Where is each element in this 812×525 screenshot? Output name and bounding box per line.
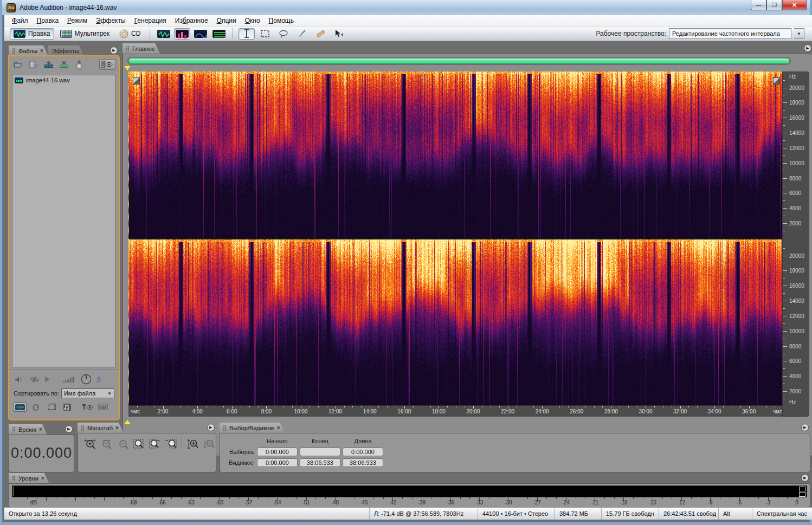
tab-main[interactable]: Главное [123, 43, 160, 54]
multitrack-view-button[interactable]: Мультитрек [56, 28, 113, 40]
zoom-to-selection-button[interactable] [132, 438, 146, 451]
menu-помощь[interactable]: Помощь [265, 16, 298, 25]
tab-levels-close-icon[interactable]: × [41, 475, 44, 481]
lasso-selection-tool[interactable] [275, 28, 292, 40]
tab-zoom[interactable]: Масштаб × [78, 423, 124, 433]
show-audio-files-button[interactable] [14, 402, 27, 412]
clip-indicator-right[interactable] [799, 492, 805, 497]
tab-files[interactable]: Файлы × [9, 46, 48, 56]
insert-into-cd-button[interactable] [73, 60, 85, 69]
zoom-in-horizontal-button[interactable] [83, 438, 98, 451]
tab-selection-view[interactable]: Выбор/Видимое × [220, 423, 285, 433]
volume-knob[interactable] [81, 374, 92, 385]
files-panel-menu-button[interactable]: ▶ [110, 47, 118, 54]
selection-length-field[interactable]: 0:00.000 [343, 448, 383, 456]
tab-time[interactable]: Время × [9, 424, 47, 435]
selection-end-field[interactable] [300, 448, 340, 456]
tab-effects[interactable]: Эффекты [48, 46, 84, 56]
edit-view-button[interactable]: Правка [10, 28, 54, 40]
volume-bars-icon[interactable] [63, 376, 75, 383]
zoom-panel-menu-button[interactable]: ▶ [207, 424, 215, 431]
tab-time-close-icon[interactable]: × [39, 426, 42, 432]
time-selection-tool[interactable] [239, 28, 255, 40]
import-file-button[interactable] [12, 60, 24, 69]
db-label: -12 [678, 500, 685, 505]
zoom-out-vertical-button[interactable] [201, 438, 216, 451]
workspace-select[interactable]: Редактирование частотного интервала [669, 28, 791, 39]
menu-опции[interactable]: Опции [212, 16, 241, 25]
selection-start-field[interactable]: 0:00.000 [257, 448, 298, 456]
time-ruler[interactable]: чмс2:004:006:008:0010:0012:0014:0016:001… [128, 405, 785, 417]
cd-view-button[interactable]: CD [115, 28, 144, 40]
tab-levels[interactable]: Уровни × [9, 473, 49, 483]
spectral-display[interactable] [128, 72, 785, 417]
spectrogram-left-channel[interactable] [128, 72, 785, 238]
db-tick [604, 497, 605, 499]
time-label: 10:00 [294, 409, 307, 414]
view-length-field[interactable]: 38:06.933 [343, 458, 383, 467]
spectrogram-right-channel[interactable] [128, 239, 785, 406]
sort-by-select[interactable]: Имя файла ▼ [61, 388, 114, 398]
level-meter[interactable] [12, 485, 807, 497]
levels-panel-menu-button[interactable]: ▶ [801, 474, 809, 482]
tab-files-close-icon[interactable]: × [40, 48, 43, 54]
menu-эффекты[interactable]: Эффекты [92, 16, 130, 25]
advanced-options-toggle[interactable] [99, 59, 115, 70]
playhead-line[interactable] [128, 72, 129, 405]
spectral-display-button[interactable] [174, 28, 190, 40]
clip-indicator-left[interactable] [799, 487, 805, 491]
zoom-selection-left-button[interactable] [148, 438, 163, 451]
show-cd-list-button[interactable]: CD [96, 402, 109, 412]
frequency-label: Hz [789, 399, 796, 405]
menu-окно[interactable]: Окно [241, 16, 265, 25]
volume-value-link[interactable]: 0 [97, 376, 100, 383]
filter-visibility-button[interactable] [81, 402, 94, 412]
frequency-ruler[interactable]: 2000018000160001400012000100008000600040… [782, 72, 809, 417]
menu-избранное[interactable]: Избранное [171, 16, 212, 25]
marquee-selection-tool[interactable] [257, 28, 273, 40]
workspace-dropdown-arrow[interactable]: ▼ [794, 28, 804, 39]
time-panel-menu-button[interactable]: ▶ [65, 425, 73, 433]
loop-play-button[interactable] [30, 376, 39, 383]
menu-режим[interactable]: Режим [63, 16, 92, 25]
minimize-button[interactable]: — [751, 0, 766, 10]
show-midi-files-button[interactable] [61, 402, 74, 412]
spot-healing-brush-tool[interactable] [312, 28, 328, 40]
tab-zoom-close-icon[interactable]: × [115, 425, 119, 431]
menu-генерация[interactable]: Генерация [130, 16, 171, 25]
insert-into-multitrack-button[interactable] [58, 60, 70, 69]
current-time-display[interactable]: 0:00.000 [9, 445, 74, 462]
time-label: 14:00 [363, 409, 377, 414]
menu-файл[interactable]: Файл [8, 16, 33, 25]
selection-panel-menu-button[interactable]: ▶ [801, 424, 809, 431]
scrub-tool[interactable] [331, 28, 347, 40]
close-button[interactable]: ✕ [782, 0, 807, 10]
show-loop-files-button[interactable] [29, 402, 42, 412]
file-list-item[interactable]: image44-16.wav [12, 75, 115, 85]
view-start-field[interactable]: 0:00.000 [257, 458, 298, 467]
play-file-button[interactable] [44, 376, 50, 383]
time-label: 4:00 [192, 409, 202, 414]
main-panel-menu-button[interactable]: ▶ [804, 44, 811, 52]
menu-правка[interactable]: Правка [33, 16, 63, 25]
show-video-files-button[interactable] [45, 402, 58, 412]
view-end-field[interactable]: 38:06.933 [300, 458, 340, 467]
zoom-out-full-button[interactable] [115, 438, 130, 451]
effects-paintbrush-tool[interactable] [294, 28, 310, 40]
spectral-pan-display-button[interactable] [192, 28, 209, 40]
right-channel-select-handle[interactable] [773, 77, 780, 85]
auto-play-button[interactable] [15, 376, 24, 383]
spectral-phase-display-button[interactable] [211, 28, 227, 40]
insert-into-edit-button[interactable] [43, 60, 55, 69]
zoom-selection-right-button[interactable] [164, 438, 178, 451]
maximize-button[interactable]: ❐ [766, 0, 782, 10]
zoom-navigation-bar[interactable] [127, 57, 791, 65]
waveform-display-button[interactable] [156, 28, 172, 40]
zoom-in-vertical-button[interactable] [185, 438, 200, 451]
left-channel-select-handle[interactable] [133, 77, 140, 85]
tab-selection-close-icon[interactable]: × [277, 425, 280, 431]
zoom-out-horizontal-button[interactable] [100, 438, 114, 451]
playhead-marker-top[interactable] [124, 66, 131, 70]
zoom-navigation-thumb[interactable] [128, 58, 790, 64]
close-file-button[interactable] [28, 60, 40, 69]
